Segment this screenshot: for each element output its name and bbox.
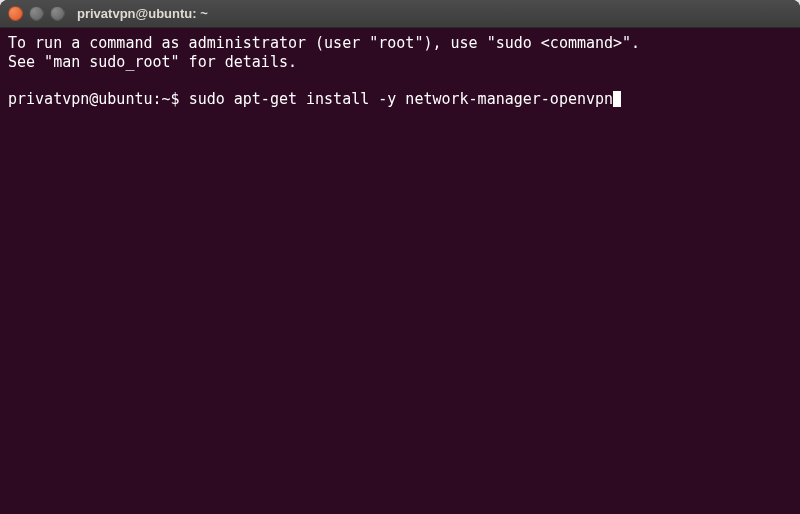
close-icon[interactable] <box>8 6 23 21</box>
titlebar[interactable]: privatvpn@ubuntu: ~ <box>0 0 800 28</box>
motd-line-1: To run a command as administrator (user … <box>8 34 640 52</box>
maximize-icon[interactable] <box>50 6 65 21</box>
window-title: privatvpn@ubuntu: ~ <box>77 6 208 21</box>
motd-line-2: See "man sudo_root" for details. <box>8 53 297 71</box>
terminal-content[interactable]: To run a command as administrator (user … <box>0 28 800 514</box>
window-controls <box>8 6 65 21</box>
terminal-window: privatvpn@ubuntu: ~ To run a command as … <box>0 0 800 514</box>
cursor <box>613 91 621 107</box>
shell-command: sudo apt-get install -y network-manager-… <box>189 90 613 108</box>
minimize-icon[interactable] <box>29 6 44 21</box>
shell-prompt: privatvpn@ubuntu:~$ <box>8 90 189 108</box>
